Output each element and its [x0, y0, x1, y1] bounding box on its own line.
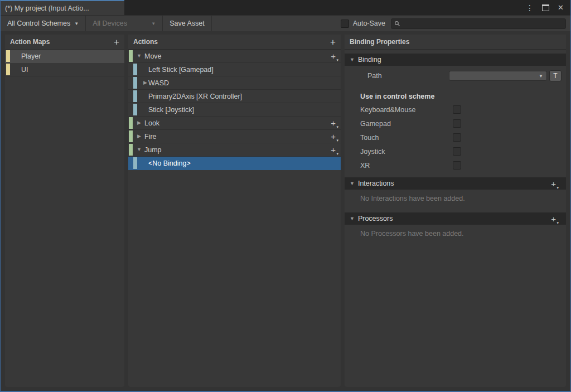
control-schemes-dropdown[interactable]: All Control Schemes ▼	[1, 16, 86, 31]
action-maps-header: Action Maps +	[5, 35, 124, 50]
add-binding-button[interactable]: +▾	[331, 52, 336, 60]
plus-icon: +	[331, 118, 336, 128]
action-row-move[interactable]: ▼ Move +▾	[128, 50, 341, 63]
auto-save-checkbox[interactable]	[341, 20, 349, 28]
scheme-checkbox[interactable]	[453, 133, 461, 142]
search-input[interactable]	[403, 18, 565, 29]
maximize-icon[interactable]	[542, 4, 549, 11]
search-field[interactable]	[391, 18, 566, 29]
foldout-expanded-icon[interactable]: ▼	[136, 147, 142, 152]
scheme-checkbox[interactable]	[453, 161, 461, 170]
action-color-bar	[129, 50, 133, 62]
scheme-label: Touch	[360, 134, 453, 142]
foldout-collapsed-icon[interactable]: ▶	[136, 134, 142, 139]
action-row-fire[interactable]: ▶ Fire +▾	[128, 130, 341, 143]
chevron-down-icon: ▼	[74, 21, 79, 26]
path-row: Path ▼ T	[345, 70, 562, 82]
binding-row-primary2daxis[interactable]: Primary2DAxis [XR Controller]	[128, 90, 341, 103]
binding-properties-panel: Binding Properties ▼ Binding Path ▼ T Us…	[345, 35, 566, 387]
devices-dropdown[interactable]: All Devices ▼	[86, 16, 163, 31]
chevron-down-icon: ▾	[336, 152, 338, 156]
add-binding-button[interactable]: +▾	[331, 132, 336, 141]
add-processor-button[interactable]: +▾	[551, 215, 556, 223]
binding-section-header[interactable]: ▼ Binding	[345, 54, 566, 66]
search-icon	[394, 21, 400, 27]
plus-icon: +	[331, 145, 336, 154]
menu-dots-icon[interactable]: ⋮	[526, 4, 534, 12]
scheme-checkbox[interactable]	[453, 147, 461, 156]
scheme-checkbox[interactable]	[453, 105, 461, 114]
save-asset-label: Save Asset	[170, 20, 205, 27]
action-map-label: Player	[21, 52, 41, 60]
binding-label: WASD	[148, 79, 169, 87]
add-binding-button[interactable]: +▾	[331, 119, 336, 127]
processors-section-header[interactable]: ▼ Processors +▾	[345, 212, 566, 225]
binding-color-bar	[133, 64, 137, 75]
binding-color-bar	[133, 157, 137, 169]
action-map-color-bar	[6, 64, 10, 75]
scheme-checkbox[interactable]	[453, 119, 461, 128]
devices-label: All Devices	[93, 20, 127, 27]
action-maps-title: Action Maps	[10, 38, 50, 46]
chevron-down-icon: ▾	[557, 186, 559, 190]
foldout-collapsed-icon[interactable]: ▶	[136, 120, 142, 125]
chevron-down-icon: ▼	[151, 21, 156, 26]
binding-label: Primary2DAxis [XR Controller]	[148, 93, 242, 100]
foldout-expanded-icon[interactable]: ▼	[136, 54, 142, 59]
action-map-row-ui[interactable]: UI	[5, 63, 124, 76]
chevron-down-icon: ▾	[336, 125, 338, 129]
binding-color-bar	[133, 104, 137, 115]
save-asset-button[interactable]: Save Asset	[163, 16, 212, 31]
actions-title: Actions	[133, 38, 158, 46]
action-map-color-bar	[6, 50, 10, 62]
tab-bar: (*) My project (Input Actio... ⋮ ✕	[1, 0, 570, 15]
action-row-jump[interactable]: ▼ Jump +▾	[128, 143, 341, 157]
foldout-collapsed-icon[interactable]: ▶	[142, 80, 148, 85]
interactions-empty-text: No Interactions have been added.	[360, 195, 566, 202]
action-color-bar	[129, 130, 133, 142]
scheme-label: Gamepad	[360, 120, 453, 128]
close-icon[interactable]: ✕	[558, 4, 564, 11]
plus-icon: +	[551, 179, 556, 188]
add-action-map-button[interactable]: +	[114, 37, 119, 47]
binding-section-title: Binding	[358, 56, 381, 64]
binding-label: <No Binding>	[148, 159, 191, 167]
binding-properties-title: Binding Properties	[350, 38, 409, 46]
path-dropdown[interactable]: ▼	[449, 71, 547, 81]
foldout-expanded-icon: ▼	[350, 216, 355, 221]
action-color-bar	[129, 117, 133, 129]
scheme-row-xr: XR	[360, 158, 566, 172]
add-binding-button[interactable]: +▾	[331, 146, 336, 154]
scheme-label: Keyboard&Mouse	[360, 106, 453, 114]
scheme-row-joystick: Joystick	[360, 144, 566, 158]
window-tab[interactable]: (*) My project (Input Actio...	[1, 0, 124, 15]
binding-properties-header: Binding Properties	[345, 35, 566, 50]
action-label: Fire	[144, 133, 157, 141]
action-map-row-player[interactable]: Player	[5, 50, 124, 63]
interactions-section-header[interactable]: ▼ Interactions +▾	[345, 177, 566, 190]
binding-row-no-binding[interactable]: <No Binding>	[128, 157, 341, 170]
path-label: Path	[367, 72, 382, 80]
add-action-button[interactable]: +	[330, 37, 336, 47]
scheme-row-gamepad: Gamepad	[360, 117, 566, 130]
actions-header: Actions +	[128, 35, 341, 50]
action-row-look[interactable]: ▶ Look +▾	[128, 117, 341, 130]
add-interaction-button[interactable]: +▾	[551, 180, 556, 188]
plus-icon: +	[551, 214, 556, 224]
text-mode-button[interactable]: T	[549, 70, 562, 81]
binding-color-bar	[133, 90, 137, 102]
action-map-label: UI	[21, 66, 28, 74]
tab-title: (*) My project (Input Actio...	[5, 4, 89, 12]
action-color-bar	[129, 144, 133, 156]
binding-row-stick[interactable]: Stick [Joystick]	[128, 103, 341, 117]
scheme-label: Joystick	[360, 148, 453, 156]
scheme-row-touch: Touch	[360, 130, 566, 144]
scheme-label: XR	[360, 162, 453, 170]
binding-row-wasd[interactable]: ▶ WASD	[128, 76, 341, 90]
input-actions-window: (*) My project (Input Actio... ⋮ ✕ All C…	[0, 0, 571, 392]
action-label: Move	[144, 52, 162, 60]
binding-row-left-stick[interactable]: Left Stick [Gamepad]	[128, 63, 341, 76]
foldout-expanded-icon: ▼	[350, 181, 355, 186]
binding-label: Stick [Joystick]	[148, 106, 194, 114]
text-mode-label: T	[553, 72, 557, 80]
